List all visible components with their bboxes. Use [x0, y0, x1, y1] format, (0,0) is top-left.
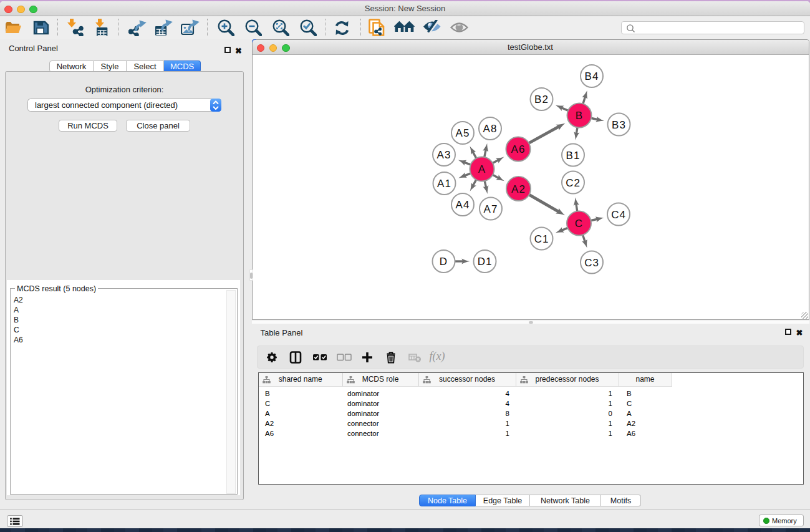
svg-text:B2: B2	[534, 94, 549, 105]
svg-text:A6: A6	[511, 143, 525, 155]
svg-text:A3: A3	[436, 149, 451, 161]
svg-text:A7: A7	[483, 203, 498, 215]
svg-text:A2: A2	[511, 183, 526, 195]
svg-text:C4: C4	[611, 208, 626, 220]
svg-text:A5: A5	[455, 127, 470, 139]
svg-text:C: C	[574, 218, 582, 230]
svg-text:D1: D1	[477, 256, 492, 268]
svg-text:B1: B1	[566, 149, 580, 161]
svg-text:A8: A8	[483, 123, 497, 135]
svg-text:A: A	[478, 163, 485, 175]
svg-text:C3: C3	[584, 256, 599, 268]
svg-text:B4: B4	[584, 70, 599, 82]
svg-text:C2: C2	[566, 177, 581, 188]
svg-text:D: D	[439, 256, 447, 268]
svg-text:B3: B3	[612, 118, 626, 130]
svg-text:C1: C1	[534, 233, 549, 244]
svg-text:B: B	[575, 110, 582, 122]
svg-text:A4: A4	[455, 199, 470, 211]
svg-text:A1: A1	[437, 178, 451, 190]
